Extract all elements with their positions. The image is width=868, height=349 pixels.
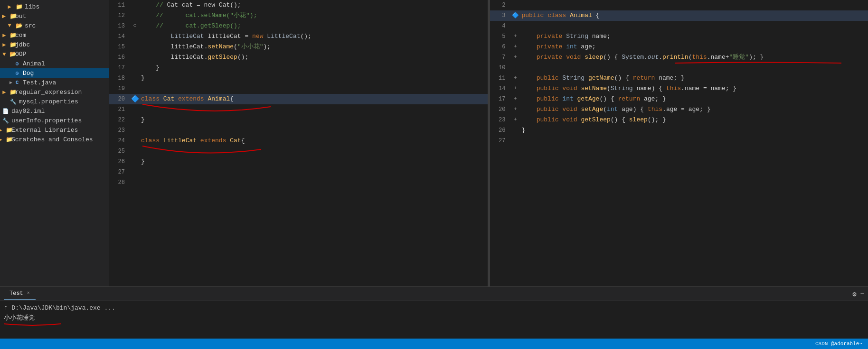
code-line-13: 13 ⊂ // cat.getSleep(); bbox=[109, 21, 488, 31]
dog-class-icon: ⊙ bbox=[13, 69, 21, 77]
regex-folder-icon: ▶ 📁 bbox=[6, 88, 13, 96]
right-code-line-20: 20 + public void setAge(int age) { this.… bbox=[490, 104, 868, 115]
right-editor-content[interactable]: 2 3 🔷 public class Animal { 4 bbox=[490, 0, 868, 286]
right-gutter-6: + bbox=[511, 42, 520, 52]
right-line-content-27 bbox=[520, 136, 868, 146]
sidebar-item-animal[interactable]: ⊙ Animal bbox=[0, 59, 109, 68]
line-num-14: 14 bbox=[109, 31, 131, 42]
line-content-24: class LittleCat extends Cat{ bbox=[139, 136, 488, 146]
line-num-18: 18 bbox=[109, 73, 131, 83]
right-line-num-27: 27 bbox=[490, 136, 511, 146]
right-line-num-14: 14 bbox=[490, 83, 511, 94]
settings-icon[interactable]: ⚙ bbox=[852, 290, 856, 298]
debug-arrow-3: 🔷 bbox=[512, 10, 519, 21]
sidebar-item-userinfo-props-label: userInfo.properties bbox=[11, 117, 82, 124]
line-content-20: class Cat extends Animal{ bbox=[139, 94, 488, 104]
line-content-17: } bbox=[139, 63, 488, 73]
right-line-content-26: } bbox=[520, 125, 868, 136]
right-line-content-7: private void sleep() { System.out.printl… bbox=[520, 52, 868, 63]
minimize-icon[interactable]: − bbox=[860, 290, 864, 298]
libs-folder-icon: 📁 bbox=[15, 3, 23, 10]
gutter-11 bbox=[131, 0, 139, 10]
right-line-content-17: public int getAge() { return age; } bbox=[520, 94, 868, 104]
right-line-content-14: public void setName(String name) { this.… bbox=[520, 83, 868, 94]
line-content-28 bbox=[139, 177, 488, 188]
gutter-15 bbox=[131, 42, 139, 52]
right-line-num-20: 20 bbox=[490, 104, 511, 115]
right-line-content-11: public String getName() { return name; } bbox=[520, 73, 868, 83]
sidebar-item-jdbc[interactable]: ▶ 📁 jdbc bbox=[0, 40, 109, 49]
line-num-21: 21 bbox=[109, 104, 131, 115]
src-folder-icon: ▼ bbox=[6, 22, 13, 29]
sidebar-item-day02-iml-label: day02.iml bbox=[11, 108, 45, 115]
sidebar-item-test[interactable]: ▶ C Test.java bbox=[0, 78, 109, 87]
gutter-14 bbox=[131, 31, 139, 42]
code-line-18: 18 } bbox=[109, 73, 488, 83]
code-line-23: 23 bbox=[109, 125, 488, 136]
sidebar-item-src[interactable]: ▼ 📂 src bbox=[0, 21, 109, 30]
right-code-line-3: 3 🔷 public class Animal { bbox=[490, 10, 868, 21]
sidebar-item-scratches[interactable]: ▶ 📁 Scratches and Consoles bbox=[0, 135, 109, 144]
right-line-content-4 bbox=[520, 21, 868, 31]
sidebar-item-userinfo-props[interactable]: 🔧 userInfo.properties bbox=[0, 116, 109, 125]
sidebar-item-regex-label: regular_expression bbox=[15, 89, 82, 96]
gutter-23 bbox=[131, 125, 139, 136]
right-line-content-23: public void getSleep() { sleep(); } bbox=[520, 115, 868, 125]
gutter-27 bbox=[131, 167, 139, 177]
sidebar-item-mysql-props[interactable]: 🔧 mysql.properties bbox=[0, 97, 109, 106]
folder-icon: ▶ bbox=[6, 3, 13, 10]
panel-toolbar: ⚙ − bbox=[852, 287, 864, 301]
panel-tab-test[interactable]: Test × bbox=[4, 288, 36, 300]
userinfo-props-icon: 🔧 bbox=[2, 117, 9, 124]
sidebar-item-com[interactable]: ▶ 📁 com bbox=[0, 30, 109, 40]
code-line-15: 15 littleCat.setName("小小花"); bbox=[109, 42, 488, 52]
right-code-line-23: 23 + public void getSleep() { sleep(); } bbox=[490, 115, 868, 125]
right-code-line-17: 17 + public int getAge() { return age; } bbox=[490, 94, 868, 104]
panel-content: ↑ D:\Java\JDK\bin\java.exe ... 小小花睡觉 bbox=[0, 301, 868, 339]
test-expand-arrow: ▶ bbox=[9, 80, 12, 85]
sidebar-item-libs[interactable]: ▶ 📁 libs bbox=[0, 2, 109, 11]
code-line-19: 19 bbox=[109, 83, 488, 94]
fold-11: + bbox=[514, 73, 517, 83]
editor-area: 11 // Cat cat = new Cat(); 12 // cat.set… bbox=[109, 0, 868, 286]
sidebar-item-day02-iml[interactable]: 📄 day02.iml bbox=[0, 106, 109, 116]
line-num-28: 28 bbox=[109, 177, 131, 188]
sidebar-item-src-label: src bbox=[25, 22, 36, 29]
gutter-18 bbox=[131, 73, 139, 83]
debug-arrow-20: 🔷 bbox=[131, 94, 139, 104]
console-up-arrow: ↑ bbox=[4, 304, 8, 312]
line-num-22: 22 bbox=[109, 115, 131, 125]
console-path-line: ↑ D:\Java\JDK\bin\java.exe ... bbox=[4, 303, 864, 312]
left-editor-content[interactable]: 11 // Cat cat = new Cat(); 12 // cat.set… bbox=[109, 0, 488, 286]
gutter-19 bbox=[131, 83, 139, 94]
sidebar-item-regex[interactable]: ▶ 📁 regular_expression bbox=[0, 87, 109, 97]
jdbc-folder-icon: ▶ 📁 bbox=[6, 41, 13, 48]
sidebar-item-out-label: out bbox=[15, 13, 26, 20]
sidebar-item-oop[interactable]: ▼ 📂 OOP bbox=[0, 49, 109, 59]
code-line-22: 22 } bbox=[109, 115, 488, 125]
panel-tab-close[interactable]: × bbox=[27, 291, 30, 296]
console-spacer bbox=[4, 323, 864, 332]
sidebar-item-animal-label: Animal bbox=[23, 60, 45, 67]
right-gutter-20: + bbox=[511, 104, 520, 115]
right-code-line-2: 2 bbox=[490, 0, 868, 10]
right-code-line-5: 5 + private String name; bbox=[490, 31, 868, 42]
gutter-25 bbox=[131, 146, 139, 156]
code-line-12: 12 // cat.setName("小花"); bbox=[109, 10, 488, 21]
animal-class-icon: ⊙ bbox=[13, 60, 21, 67]
out-folder-icon: ▶ 📁 bbox=[6, 12, 13, 20]
line-num-20: 20 bbox=[109, 94, 131, 104]
fold-17: + bbox=[514, 94, 517, 104]
fold-23: + bbox=[514, 115, 517, 125]
right-gutter-27 bbox=[511, 136, 520, 146]
sidebar-item-ext-libs[interactable]: ▶ 📁 External Libraries bbox=[0, 125, 109, 135]
right-line-content-10 bbox=[520, 63, 868, 73]
right-gutter-7: + bbox=[511, 52, 520, 63]
code-line-21: 21 bbox=[109, 104, 488, 115]
sidebar-item-out[interactable]: ▶ 📁 out bbox=[0, 11, 109, 21]
line-content-23 bbox=[139, 125, 488, 136]
sidebar-item-jdbc-label: jdbc bbox=[15, 41, 30, 48]
gutter-12 bbox=[131, 10, 139, 21]
line-num-17: 17 bbox=[109, 63, 131, 73]
sidebar-item-dog[interactable]: ⊙ Dog bbox=[0, 68, 109, 78]
